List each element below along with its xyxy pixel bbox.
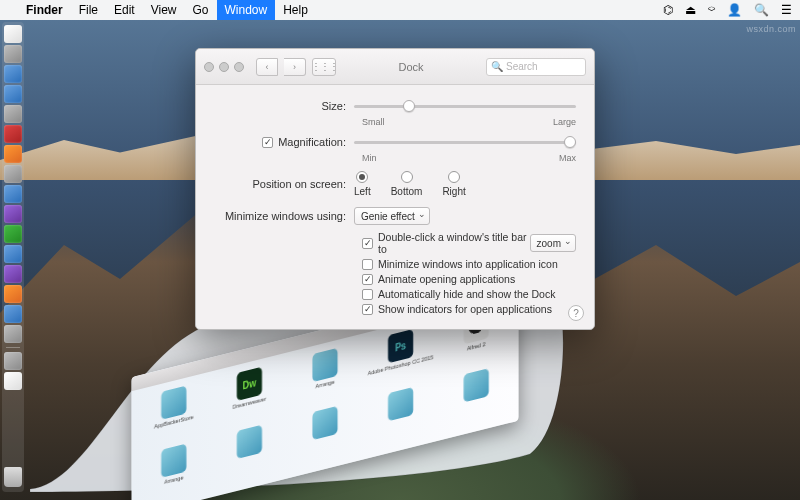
genie-app-icon [161,444,186,478]
genie-app-icon [388,387,413,421]
dock-sysprefs[interactable] [4,325,22,343]
prefs-window: ‹ › ⋮⋮⋮ Dock 🔍 Search Size: Small Large … [195,48,595,330]
dock-calendar[interactable] [4,125,22,143]
notification-center-icon[interactable]: ☰ [781,3,792,17]
dock-appstore[interactable] [4,305,22,323]
wifi-icon[interactable]: ⌔ [708,3,715,17]
dblclick-checkbox[interactable] [362,238,373,249]
mag-max-label: Max [559,153,576,163]
dock-contacts[interactable] [4,105,22,123]
magnification-slider[interactable] [354,135,576,149]
magnification-checkbox[interactable] [262,137,273,148]
min-into-icon-label: Minimize windows into application icon [378,258,558,270]
indicators-checkbox[interactable] [362,304,373,315]
menu-help[interactable]: Help [275,0,316,20]
traffic-close[interactable] [204,62,214,72]
position-right[interactable]: Right [442,171,465,197]
menu-bar: Finder File Edit View Go Window Help ⌬ ⏏… [0,0,800,20]
dock-maps[interactable] [4,185,22,203]
dock-separator [6,347,20,348]
size-slider[interactable] [354,99,576,113]
user-icon[interactable]: 👤 [727,3,742,17]
position-bottom[interactable]: Bottom [391,171,423,197]
spotlight-icon[interactable]: 🔍 [754,3,769,17]
minimize-select[interactable]: Genie effect [354,207,430,225]
watermark: wsxdn.com [746,24,796,34]
dock-notes[interactable] [4,145,22,163]
back-button[interactable]: ‹ [256,58,278,76]
show-all-button[interactable]: ⋮⋮⋮ [312,58,336,76]
menu-view[interactable]: View [143,0,185,20]
forward-button[interactable]: › [284,58,306,76]
genie-app-icon [312,406,337,440]
dock-trash[interactable] [4,467,22,487]
dock-doc[interactable] [4,372,22,390]
indicators-label: Show indicators for open applications [378,303,552,315]
animate-label: Animate opening applications [378,273,515,285]
dock-finder[interactable] [4,25,22,43]
dropbox-icon[interactable]: ⌬ [663,3,673,17]
genie-app-icon [464,368,489,402]
traffic-zoom[interactable] [234,62,244,72]
dock-ibooks[interactable] [4,285,22,303]
search-field[interactable]: 🔍 Search [486,58,586,76]
genie-app-icon: Ps [388,329,413,363]
dock-itunes[interactable] [4,265,22,283]
search-placeholder: Search [506,61,538,72]
dock-photos[interactable] [4,205,22,223]
dblclick-select[interactable]: zoom [530,234,576,252]
size-min-label: Small [362,117,385,127]
magnification-label: Magnification: [278,136,346,148]
dock-safari[interactable] [4,65,22,83]
genie-app-icon [312,348,337,382]
dock-messages[interactable] [4,225,22,243]
minimize-label: Minimize windows using: [214,210,354,222]
dock-facetime[interactable] [4,245,22,263]
window-title: Dock [342,61,480,73]
prefs-toolbar: ‹ › ⋮⋮⋮ Dock 🔍 Search [196,49,594,85]
menu-go[interactable]: Go [185,0,217,20]
menu-file[interactable]: File [71,0,106,20]
dock-mail[interactable] [4,85,22,103]
dock-reminders[interactable] [4,165,22,183]
eject-icon[interactable]: ⏏ [685,3,696,17]
genie-app-icon [161,386,186,420]
menu-edit[interactable]: Edit [106,0,143,20]
genie-app-icon [237,425,262,459]
menu-window[interactable]: Window [217,0,276,20]
mag-min-label: Min [362,153,377,163]
dock-launchpad[interactable] [4,45,22,63]
dock [2,22,24,492]
position-label: Position on screen: [214,178,354,190]
dblclick-label: Double-click a window's title bar to [378,231,527,255]
autohide-label: Automatically hide and show the Dock [378,288,555,300]
search-icon: 🔍 [491,61,503,72]
help-button[interactable]: ? [568,305,584,321]
genie-app-icon: Dw [237,367,262,401]
position-left[interactable]: Left [354,171,371,197]
autohide-checkbox[interactable] [362,289,373,300]
dock-folder[interactable] [4,352,22,370]
size-label: Size: [214,100,354,112]
animate-checkbox[interactable] [362,274,373,285]
min-into-icon-checkbox[interactable] [362,259,373,270]
size-max-label: Large [553,117,576,127]
app-menu[interactable]: Finder [18,0,71,20]
traffic-minimize[interactable] [219,62,229,72]
